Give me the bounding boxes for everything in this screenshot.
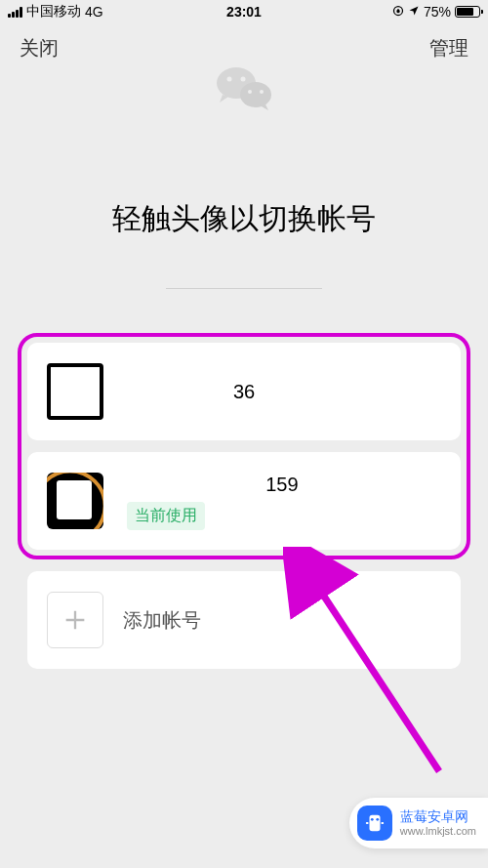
add-account-button[interactable]: 添加帐号 bbox=[27, 571, 461, 669]
page-title: 轻触头像以切换帐号 bbox=[0, 199, 488, 239]
location-icon bbox=[408, 4, 420, 20]
status-time: 23:01 bbox=[226, 4, 262, 20]
battery-pct: 75% bbox=[424, 4, 451, 20]
lock-icon bbox=[392, 4, 404, 20]
svg-point-6 bbox=[248, 90, 252, 94]
avatar bbox=[47, 473, 103, 529]
watermark: 蓝莓安卓网 www.lmkjst.com bbox=[349, 798, 488, 848]
status-left: 中国移动 4G bbox=[8, 3, 103, 21]
svg-rect-12 bbox=[366, 822, 369, 824]
status-right: 75% bbox=[392, 4, 480, 20]
account-name: 159 bbox=[265, 474, 298, 496]
carrier-label: 中国移动 bbox=[26, 3, 81, 21]
svg-point-11 bbox=[376, 818, 379, 821]
add-account-label: 添加帐号 bbox=[123, 607, 201, 634]
svg-point-5 bbox=[240, 82, 271, 107]
svg-point-7 bbox=[260, 90, 264, 94]
wechat-logo-icon bbox=[215, 63, 273, 118]
network-label: 4G bbox=[85, 4, 103, 20]
divider bbox=[166, 288, 322, 289]
status-bar: 中国移动 4G 23:01 75% bbox=[0, 0, 488, 23]
watermark-icon bbox=[357, 806, 392, 841]
current-badge: 当前使用 bbox=[127, 502, 205, 530]
svg-point-3 bbox=[227, 77, 232, 82]
highlight-annotation: 36 159 当前使用 bbox=[18, 333, 470, 559]
svg-point-10 bbox=[371, 818, 374, 821]
svg-point-4 bbox=[241, 77, 246, 82]
plus-icon bbox=[47, 592, 103, 648]
account-item-2[interactable]: 159 当前使用 bbox=[27, 452, 461, 550]
avatar bbox=[47, 363, 103, 420]
account-name: 36 bbox=[233, 381, 255, 403]
watermark-name: 蓝莓安卓网 bbox=[400, 808, 476, 825]
svg-rect-13 bbox=[381, 822, 384, 824]
manage-button[interactable]: 管理 bbox=[429, 35, 468, 62]
svg-rect-1 bbox=[397, 11, 399, 13]
account-item-1[interactable]: 36 bbox=[27, 343, 461, 440]
svg-rect-9 bbox=[369, 815, 380, 832]
close-button[interactable]: 关闭 bbox=[20, 35, 59, 62]
watermark-url: www.lmkjst.com bbox=[400, 825, 476, 838]
signal-icon bbox=[8, 7, 22, 18]
battery-icon bbox=[455, 6, 480, 18]
